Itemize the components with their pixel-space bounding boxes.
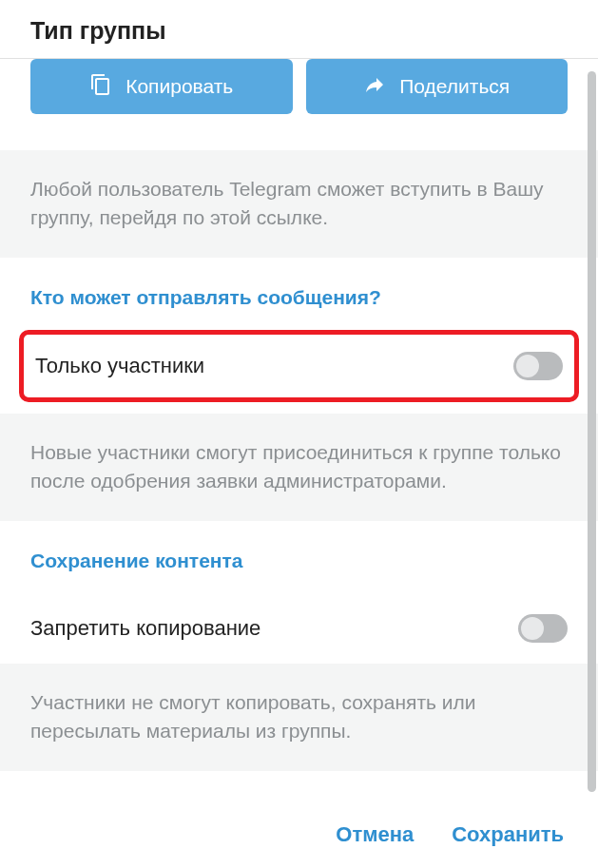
row-restrict-copy[interactable]: Запретить копирование [0, 593, 598, 664]
info-approval-description: Новые участники смогут присоединиться к … [0, 414, 598, 521]
share-button[interactable]: Поделиться [306, 59, 569, 114]
share-button-label: Поделиться [399, 75, 510, 98]
members-only-toggle[interactable] [513, 352, 563, 380]
section-heading-content: Сохранение контента [0, 521, 598, 593]
info-restrict-description: Участники не смогут копировать, сохранят… [0, 664, 598, 771]
restrict-copy-toggle[interactable] [518, 614, 568, 643]
save-button[interactable]: Сохранить [452, 822, 564, 847]
info-link-description: Любой пользователь Telegram сможет вступ… [0, 150, 598, 258]
section-who-can-send: Кто может отправлять сообщения? Только у… [0, 258, 598, 402]
footer: Отмена Сохранить [0, 801, 598, 868]
restrict-copy-label: Запретить копирование [30, 616, 260, 641]
row-members-only[interactable]: Только участники [19, 330, 579, 402]
page-title: Тип группы [30, 17, 568, 45]
copy-button-label: Копировать [125, 75, 233, 98]
section-content-saving: Сохранение контента Запретить копировани… [0, 521, 598, 664]
copy-icon [89, 73, 112, 101]
section-heading-messages: Кто может отправлять сообщения? [0, 258, 598, 330]
header: Тип группы [0, 0, 598, 59]
copy-button[interactable]: Копировать [30, 59, 293, 114]
share-icon [363, 73, 386, 101]
button-row: Копировать Поделиться [0, 59, 598, 150]
scrollbar[interactable] [588, 71, 596, 792]
members-only-label: Только участники [31, 354, 204, 378]
cancel-button[interactable]: Отмена [336, 822, 414, 847]
content-scroll: Копировать Поделиться Любой пользователь… [0, 59, 598, 820]
